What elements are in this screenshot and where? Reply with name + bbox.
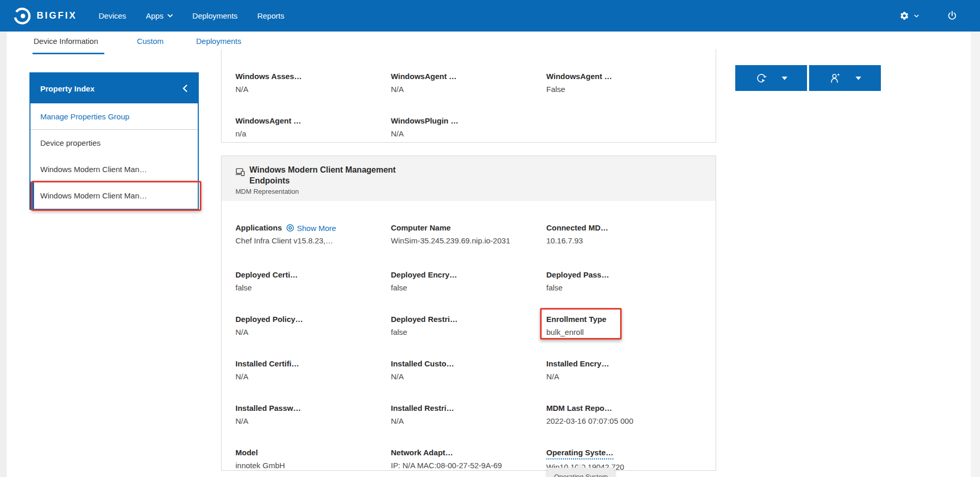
right-scrollbar-track[interactable] xyxy=(971,32,980,477)
property-cell-operating-system: Operating Syste… Win10.10.0.19042.720 Op… xyxy=(546,448,702,472)
nav-devices[interactable]: Devices xyxy=(99,11,126,20)
deploy-action-icon xyxy=(755,72,767,84)
tab-device-information[interactable]: Device Information xyxy=(33,32,104,54)
bigfix-logo-icon xyxy=(13,7,31,25)
property-index-title: Property Index xyxy=(40,84,94,93)
operating-system-tooltip: Operating System xyxy=(547,468,614,477)
chevron-down-icon xyxy=(167,14,173,18)
property-cell: MDM Last Repo… 2022-03-16 07:07:05 000 xyxy=(546,403,702,426)
power-icon xyxy=(947,10,957,21)
property-cell: Windows Asses… N/A xyxy=(235,71,391,95)
mdm-devices-icon xyxy=(235,167,246,177)
nav-deployments[interactable]: Deployments xyxy=(193,11,238,20)
property-cell: Model innotek GmbH xyxy=(235,448,391,472)
left-scrollbar-track[interactable] xyxy=(0,32,7,477)
property-cell-applications: Applications Show More Chef Infra Client… xyxy=(235,223,391,246)
device-action-buttons xyxy=(735,65,881,91)
dropdown-caret-icon xyxy=(856,76,861,80)
property-cell: Deployed Encry… false xyxy=(391,270,546,293)
property-cell: WindowsAgent … n/a xyxy=(235,116,391,139)
properties-card-top: Windows Asses… N/A WindowsAgent … N/A Wi… xyxy=(221,49,716,143)
property-cell: Deployed Pass… false xyxy=(546,270,702,293)
device-tabs: Device Information Custom Deployments xyxy=(33,32,241,54)
brand-name: BIGFIX xyxy=(37,10,77,21)
show-more-link[interactable]: Show More xyxy=(286,224,336,233)
property-cell: Computer Name WinSim-35.245.239.69.nip.i… xyxy=(391,223,546,249)
topbar-right xyxy=(899,10,980,21)
add-user-icon xyxy=(829,72,841,84)
property-cell: Network Adapt… IP: N/A MAC:08-00-27-52-9… xyxy=(391,448,546,472)
mdm-card-subtitle: MDM Representation xyxy=(235,188,702,196)
property-cell: WindowsPlugin … N/A xyxy=(391,116,546,139)
main-nav: Devices Apps Deployments Reports xyxy=(99,11,284,20)
selected-indicator-bar xyxy=(30,182,34,210)
mdm-endpoints-card: Windows Modern Client Management Endpoin… xyxy=(221,156,716,471)
top-navbar: BIGFIX Devices Apps Deployments Reports xyxy=(0,0,980,32)
sidebar-item-windows-modern-client-man[interactable]: Windows Modern Client Man… xyxy=(30,156,198,182)
mdm-card-title: Windows Modern Client Management Endpoin… xyxy=(249,164,404,186)
property-cell: Installed Custo… N/A xyxy=(391,359,546,382)
sidebar-item-device-properties[interactable]: Device properties xyxy=(30,130,198,156)
chevron-down-icon xyxy=(914,14,919,18)
property-cell: Deployed Certi… false xyxy=(235,270,391,293)
property-cell: Installed Passw… N/A xyxy=(235,403,391,426)
nav-reports[interactable]: Reports xyxy=(257,11,284,20)
property-cell: Installed Encry… N/A xyxy=(546,359,702,382)
property-cell: Connected MD… 10.16.7.93 xyxy=(546,223,702,249)
sidebar-item-windows-modern-client-man-selected[interactable]: Windows Modern Client Man… xyxy=(30,182,198,209)
mdm-card-header: Windows Modern Client Management Endpoin… xyxy=(222,156,716,201)
add-user-button[interactable] xyxy=(809,65,881,91)
property-cell-enrollment-type: Enrollment Type bulk_enroll xyxy=(546,314,702,337)
sidebar-item-manage-properties-group[interactable]: Manage Properties Group xyxy=(30,103,198,130)
property-cell: Deployed Restri… false xyxy=(391,314,546,337)
property-cell: WindowsAgent … N/A xyxy=(391,71,546,95)
property-cell: Deployed Policy… N/A xyxy=(235,314,391,337)
eye-icon xyxy=(286,224,294,232)
collapse-chevron-left-icon[interactable] xyxy=(182,84,188,93)
operating-system-label[interactable]: Operating Syste… xyxy=(546,448,613,459)
gear-icon xyxy=(899,11,909,21)
bigfix-logo[interactable]: BIGFIX xyxy=(13,7,77,25)
property-index-header[interactable]: Property Index xyxy=(30,73,198,103)
deploy-action-button[interactable] xyxy=(735,65,807,91)
logout-button[interactable] xyxy=(947,10,957,21)
property-cell: Installed Certifi… N/A xyxy=(235,359,391,382)
property-cell: Installed Restri… N/A xyxy=(391,403,546,426)
nav-apps[interactable]: Apps xyxy=(146,11,172,20)
tab-custom[interactable]: Custom xyxy=(137,32,164,54)
sidebar-item-label: Windows Modern Client Man… xyxy=(40,191,147,200)
property-index-panel: Property Index Manage Properties Group D… xyxy=(29,72,199,210)
property-cell: WindowsAgent … False xyxy=(546,71,702,95)
dropdown-caret-icon xyxy=(782,76,787,80)
settings-menu-button[interactable] xyxy=(899,11,919,21)
